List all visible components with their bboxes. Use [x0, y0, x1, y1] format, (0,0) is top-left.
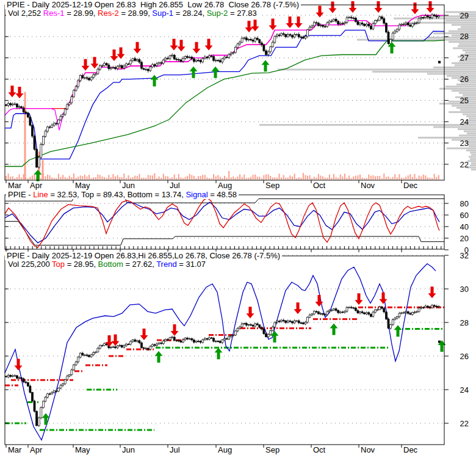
candle-body — [67, 376, 68, 380]
candle-body — [418, 18, 420, 23]
candle-body — [361, 312, 363, 313]
sell-arrow-icon — [286, 16, 294, 28]
candle-body — [416, 311, 418, 312]
candle-body — [84, 355, 85, 355]
volume-bar — [307, 176, 308, 180]
candle-body — [405, 311, 407, 313]
volume-bar — [106, 178, 107, 180]
volume-bar — [196, 178, 197, 180]
volume-bar — [419, 175, 420, 180]
candle-body — [233, 335, 234, 336]
candle-body — [276, 321, 278, 322]
volume-bar — [156, 178, 157, 180]
candle-body — [296, 321, 298, 321]
top-panel-legend: Vol 2,252 Res-1 = 28.99, Res-2 = 28.99, … — [6, 9, 259, 18]
candle-body — [195, 60, 197, 62]
candle-body — [154, 344, 156, 346]
volume-spike — [42, 160, 44, 180]
oscillator-panel-legend: PPIE - Line = 32.53, Top = 89.43, Bottom… — [6, 191, 239, 199]
volume-profile-bar — [467, 160, 476, 162]
y-axis-label: 30 — [460, 285, 469, 294]
candle-body — [158, 343, 160, 344]
volume-bar — [167, 177, 168, 180]
volume-bar — [76, 178, 77, 180]
panel-1: 806040200 — [5, 195, 469, 255]
volume-bar — [93, 177, 94, 180]
panel-0: 2928272625242322MarAprMayJunJulAugSepOct… — [5, 1, 476, 190]
candle-body — [5, 105, 7, 106]
candle-body — [165, 58, 167, 60]
candle-body — [110, 347, 112, 348]
candle-body — [145, 348, 147, 349]
volume-bar — [21, 178, 22, 180]
candle-body — [317, 23, 319, 26]
volume-bar — [268, 174, 269, 180]
volume-bar — [139, 174, 140, 180]
candle-body — [180, 60, 182, 62]
volume-profile-bar — [452, 90, 476, 92]
y-axis-label: 24 — [460, 385, 469, 395]
volume-spike — [24, 92, 26, 180]
volume-profile-bar — [458, 28, 476, 30]
sell-arrow-icon — [178, 40, 186, 51]
candle-body — [263, 45, 265, 51]
candle-body — [97, 69, 99, 74]
candle-body — [147, 69, 149, 71]
volume-bar — [316, 178, 317, 180]
volume-bar — [272, 178, 273, 180]
candle-body — [171, 55, 173, 56]
volume-bar — [73, 173, 74, 180]
candle-body — [267, 335, 269, 337]
volume-bar — [110, 177, 112, 180]
candle-body — [339, 312, 341, 313]
candle-body — [337, 21, 339, 24]
volume-bar — [180, 178, 181, 180]
legend-segment: Signal — [186, 190, 207, 199]
volume-profile-bar — [470, 151, 476, 153]
legend-segment: PPIE - — [8, 190, 33, 199]
volume-bar — [390, 178, 391, 180]
chart-window: PPIE - Daily 2025-12-19 Open 26.83 High … — [0, 0, 476, 455]
candle-body — [51, 125, 53, 127]
volume-bar — [204, 175, 206, 180]
candle-body — [173, 55, 175, 59]
candle-body — [121, 345, 123, 347]
candle-body — [187, 338, 189, 340]
candle-body — [123, 346, 125, 347]
candle-body — [309, 315, 311, 317]
candle-body — [342, 312, 344, 313]
volume-bar — [215, 177, 217, 180]
candle-body — [230, 53, 232, 54]
candle-body — [278, 35, 280, 35]
candle-body — [202, 59, 204, 62]
candle-body — [32, 125, 34, 136]
candle-body — [370, 26, 372, 29]
volume-profile-bar — [455, 64, 476, 66]
candle-body — [383, 19, 385, 23]
candle-body — [305, 36, 306, 38]
volume-bar — [115, 177, 116, 180]
volume-bar — [372, 175, 373, 180]
candle-body — [224, 57, 226, 59]
candle-body — [313, 23, 315, 26]
candle-body — [261, 43, 262, 45]
candle-body — [150, 67, 151, 71]
volume-bar — [67, 178, 68, 180]
y-axis-label: 60 — [460, 211, 469, 220]
candle-body — [411, 312, 413, 314]
volume-bar — [235, 178, 236, 180]
sell-arrow-icon — [411, 2, 419, 14]
volume-profile-bar — [447, 147, 476, 149]
volume-bar — [206, 178, 207, 180]
candle-body — [328, 310, 330, 311]
volume-bar — [320, 176, 322, 180]
candle-body — [23, 108, 24, 112]
candle-body — [292, 35, 294, 37]
candle-body — [366, 24, 367, 26]
candle-body — [403, 313, 405, 313]
month-label: Jun — [122, 181, 135, 190]
candle-body — [425, 16, 427, 18]
volume-bar — [253, 175, 254, 180]
volume-bar — [285, 178, 286, 180]
candle-body — [359, 23, 361, 24]
